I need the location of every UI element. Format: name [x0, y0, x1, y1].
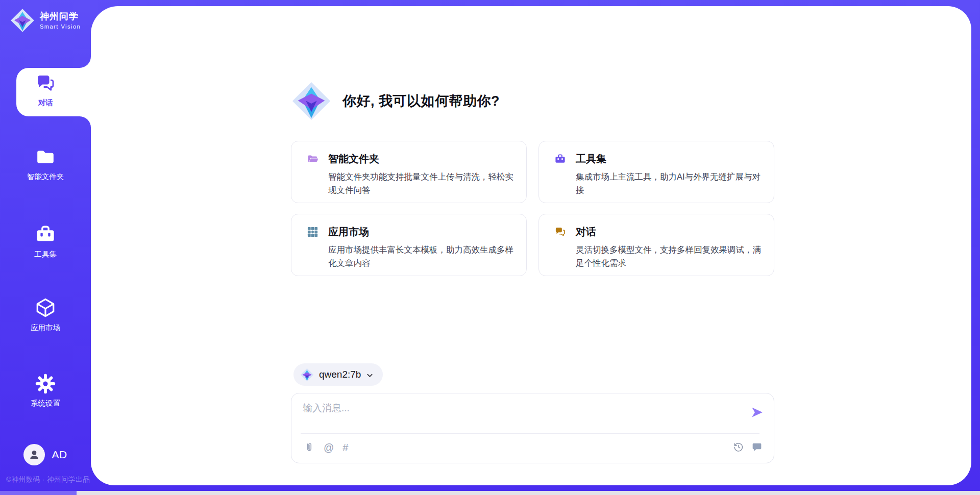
composer-right-tools [733, 441, 763, 453]
card-description: 应用市场提供丰富长文本模板，助力高效生成多样化文章内容 [328, 243, 514, 269]
card-description: 灵活切换多模型文件，支持多样回复效果调试，满足个性化需求 [576, 243, 762, 269]
main-panel: 你好, 我可以如何帮助你? 智能文件夹 智能文件夹功能支持批量文件上传与清洗，轻… [91, 6, 971, 485]
gear-icon [35, 374, 56, 394]
chat-icon [35, 73, 56, 93]
sidebar-item-label: 系统设置 [31, 399, 60, 408]
card-toolset[interactable]: 工具集 集成市场上主流工具，助力AI与外界无缝扩展与对接 [538, 141, 774, 203]
composer-left-tools: @ # [304, 441, 348, 454]
message-composer: @ # [291, 393, 774, 463]
send-icon[interactable] [750, 406, 764, 419]
at-icon[interactable]: @ [324, 441, 334, 454]
card-smart-folders[interactable]: 智能文件夹 智能文件夹功能支持批量文件上传与清洗，轻松实现文件问答 [291, 141, 527, 203]
card-title: 应用市场 [328, 225, 369, 239]
sidebar-footer-text: ©神州数码 · 神州问学出品 [6, 475, 90, 484]
person-icon [28, 448, 41, 461]
brand-name: 神州问学 [40, 11, 81, 22]
greeting-title: 你好, 我可以如何帮助你? [342, 92, 500, 110]
user-initials: AD [52, 449, 67, 461]
chevron-down-icon [366, 372, 374, 379]
toolbox-icon [554, 153, 567, 165]
toolbox-icon [35, 224, 56, 245]
bottom-strip-gray [77, 491, 980, 495]
sidebar-item-settings[interactable]: 系统设置 [0, 374, 91, 408]
composer-divider [301, 433, 760, 434]
sidebar-item-label: 应用市场 [31, 323, 60, 333]
card-description: 智能文件夹功能支持批量文件上传与清洗，轻松实现文件问答 [328, 170, 514, 196]
card-title: 智能文件夹 [328, 152, 379, 166]
user-profile[interactable]: AD [0, 444, 91, 465]
brand-subtitle: Smart Vision [40, 23, 81, 30]
tab-curve-top [80, 57, 91, 68]
card-description: 集成市场上主流工具，助力AI与外界无缝扩展与对接 [576, 170, 762, 196]
chat-icon [554, 226, 567, 238]
card-chat[interactable]: 对话 灵活切换多模型文件，支持多样回复效果调试，满足个性化需求 [538, 214, 774, 276]
grid-icon [307, 226, 319, 238]
chat-bubble-icon[interactable] [751, 441, 763, 453]
tab-curve-bottom [80, 116, 91, 128]
hash-icon[interactable]: # [342, 441, 348, 454]
brand-diamond-icon [10, 8, 35, 33]
folder-icon [307, 153, 319, 165]
card-title: 对话 [576, 225, 596, 239]
sidebar-item-tools[interactable]: 工具集 [0, 224, 91, 259]
feature-cards: 智能文件夹 智能文件夹功能支持批量文件上传与清洗，轻松实现文件问答 工具集 集成… [291, 141, 774, 276]
greeting-block: 你好, 我可以如何帮助你? [291, 81, 500, 121]
card-title: 工具集 [576, 152, 606, 166]
sidebar-item-chat[interactable]: 对话 [5, 73, 86, 108]
sidebar-item-market[interactable]: 应用市场 [0, 297, 91, 333]
brand-diamond-icon [300, 368, 314, 382]
app-root: { "brand": { "name": "神州问学", "subtitle":… [0, 0, 980, 495]
sidebar-item-label: 工具集 [34, 250, 57, 259]
sidebar-item-label: 智能文件夹 [27, 172, 64, 182]
paperclip-icon[interactable] [304, 442, 315, 453]
model-selector[interactable]: qwen2:7b [293, 363, 383, 386]
card-app-market[interactable]: 应用市场 应用市场提供丰富长文本模板，助力高效生成多样化文章内容 [291, 214, 527, 276]
folder-icon [35, 147, 56, 167]
history-icon[interactable] [733, 441, 744, 453]
sidebar-item-label: 对话 [38, 98, 53, 108]
sidebar-item-folders[interactable]: 智能文件夹 [0, 147, 91, 182]
bottom-strip-purple [0, 491, 77, 495]
model-name: qwen2:7b [319, 369, 361, 380]
avatar [23, 444, 45, 465]
brand-diamond-icon [291, 81, 331, 121]
message-input[interactable] [303, 402, 737, 429]
brand-logo: 神州问学 Smart Vision [10, 8, 81, 33]
cube-icon [35, 297, 56, 318]
